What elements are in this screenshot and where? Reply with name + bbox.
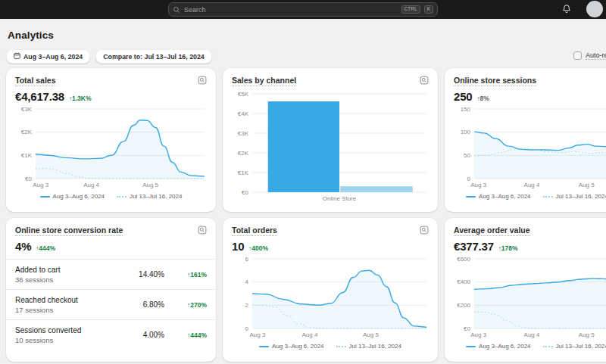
svg-text:€5K: €5K [238,91,249,98]
total-sales-title: Total sales [15,76,56,86]
online-store-sessions-card: Online store sessions 250 ↑8% 150100500A… [445,68,606,212]
funnel-step-sessions: 36 sessions [15,275,105,284]
aov-value: €377.37 [454,240,494,253]
search-input[interactable]: Search CTRL K [168,2,438,17]
total-sales-value: €4,617.38 [15,90,64,103]
calendar-icon [14,52,20,61]
svg-text:€400: €400 [457,278,470,285]
filter-bar: Aug 3–Aug 6, 2024 Compare to: Jul 13–Jul… [6,49,212,64]
conversion-delta-badge: ↑444% [36,244,55,252]
sessions-value: 250 [454,90,472,103]
legend-current-label: Aug 3–Aug 6, 2024 [53,193,105,200]
funnel-step-delta: ↑161% [164,271,207,278]
page-title: Analytics [8,30,54,41]
sales-by-channel-title: Sales by channel [232,76,296,86]
svg-text:Aug 3: Aug 3 [470,331,486,338]
legend-compare-label: Jul 13–Jul 16, 2024 [349,343,401,350]
svg-text:€3K: €3K [238,130,249,137]
svg-text:150: 150 [461,106,471,113]
chart-legend: Aug 3–Aug 6, 2024 Jul 13–Jul 16, 2024 [15,193,207,200]
analytics-card-grid: Total sales €4,617.38 ↑1.3K% €3K€2K€1K€0… [6,68,606,362]
current-series-swatch [466,196,476,198]
auto-refresh-checkbox[interactable] [573,51,582,60]
sessions-chart: 150100500Aug 3Aug 4Aug 5 [454,105,606,190]
funnel-step-label: Reached checkout [15,296,105,304]
total-sales-card: Total sales €4,617.38 ↑1.3K% €3K€2K€1K€0… [6,68,216,212]
funnel-step-delta: ↑444% [164,331,207,339]
sessions-title: Online store sessions [454,76,536,86]
svg-text:Aug 4: Aug 4 [524,182,540,188]
svg-text:€1K: €1K [238,170,249,176]
funnel-step-rate: 14.40% [105,270,164,278]
svg-text:Aug 3: Aug 3 [470,182,486,188]
funnel-step-delta: ↑270% [164,301,207,309]
chart-legend: Aug 3–Aug 6, 2024 Jul 13–Jul 16, 2024 [454,343,606,350]
funnel-step-rate: 4.00% [105,331,164,339]
svg-text:€200: €200 [457,302,470,309]
search-icon [173,3,180,17]
compare-series-swatch [543,196,553,198]
svg-text:Aug 5: Aug 5 [579,182,595,188]
svg-text:Aug 4: Aug 4 [524,331,540,338]
notifications-bell-icon[interactable] [561,4,573,16]
svg-text:Aug 3: Aug 3 [249,331,265,338]
total-orders-card: Total orders 10 ↑400% 6420Aug 3Aug 4Aug … [223,218,438,362]
svg-text:€0: €0 [242,189,248,196]
current-series-swatch [40,196,50,198]
svg-text:€1K: €1K [21,152,33,159]
funnel-row-reached-checkout: Reached checkout 17 sessions 6.80% ↑270% [6,289,216,319]
sessions-delta-badge: ↑8% [476,95,489,102]
legend-compare-label: Jul 13–Jul 16, 2024 [556,193,606,200]
orders-title: Total orders [232,226,277,236]
current-series-swatch [259,346,269,347]
compare-to-label: Compare to: Jul 13–Jul 16, 2024 [103,53,204,61]
svg-text:Aug 4: Aug 4 [83,182,99,188]
compare-series-swatch [543,346,553,347]
funnel-step-label: Sessions converted [15,326,105,334]
svg-text:Aug 5: Aug 5 [363,331,379,338]
explore-report-icon[interactable] [198,226,207,235]
funnel-step-label: Added to cart [15,266,105,274]
svg-text:€600: €600 [457,256,470,263]
compare-series-swatch [336,346,346,347]
conversion-value: 4% [15,240,31,253]
svg-text:0: 0 [245,325,249,332]
svg-text:€2K: €2K [238,150,249,157]
funnel-step-sessions: 17 sessions [15,306,105,314]
total-sales-delta-badge: ↑1.3K% [69,95,92,102]
explore-report-icon[interactable] [198,76,207,85]
aov-title: Average order value [454,226,530,236]
average-order-value-card: Average order value €377.37 ↑178% €600€4… [445,218,606,362]
sales-by-channel-card: Sales by channel €5K€4K€3K€2K€1K€0Online… [223,68,438,212]
conversion-rate-card: Online store conversion rate 4% ↑444% Ad… [6,218,216,362]
conversion-title: Online store conversion rate [15,226,123,236]
svg-text:€3K: €3K [21,106,33,113]
compare-to-button[interactable]: Compare to: Jul 13–Jul 16, 2024 [95,49,211,64]
shortcut-k-badge: K [424,5,433,14]
orders-chart: 6420Aug 3Aug 4Aug 5 [232,255,429,340]
chart-legend: Aug 3–Aug 6, 2024 Jul 13–Jul 16, 2024 [232,343,429,350]
svg-text:Aug 5: Aug 5 [142,182,158,188]
total-sales-chart: €3K€2K€1K€0Aug 3Aug 4Aug 5 [15,105,207,190]
auto-refresh-control: Auto-refresh [573,51,606,60]
orders-value: 10 [232,240,244,253]
compare-series-swatch [117,196,127,198]
aov-chart: €600€400€200€0Aug 3Aug 4Aug 5 [454,255,606,340]
svg-text:100: 100 [461,129,471,135]
chart-legend: Aug 3–Aug 6, 2024 Jul 13–Jul 16, 2024 [454,193,606,200]
legend-current-label: Aug 3–Aug 6, 2024 [479,193,531,200]
funnel-row-sessions-converted: Sessions converted 10 sessions 4.00% ↑44… [6,319,216,350]
funnel-step-rate: 6.80% [105,300,164,309]
date-range-button[interactable]: Aug 3–Aug 6, 2024 [6,49,90,64]
topbar: Search CTRL K [0,0,606,19]
svg-text:€0: €0 [464,325,470,332]
sales-by-channel-chart: €5K€4K€3K€2K€1K€0Online Store [232,90,429,204]
date-range-label: Aug 3–Aug 6, 2024 [23,53,83,61]
funnel-step-sessions: 10 sessions [15,336,105,344]
explore-report-icon[interactable] [420,76,429,85]
legend-compare-label: Jul 13–Jul 16, 2024 [556,343,606,350]
avatar[interactable] [586,1,603,17]
aov-delta-badge: ↑178% [498,244,518,252]
svg-text:Aug 5: Aug 5 [579,331,595,338]
explore-report-icon[interactable] [420,226,429,235]
